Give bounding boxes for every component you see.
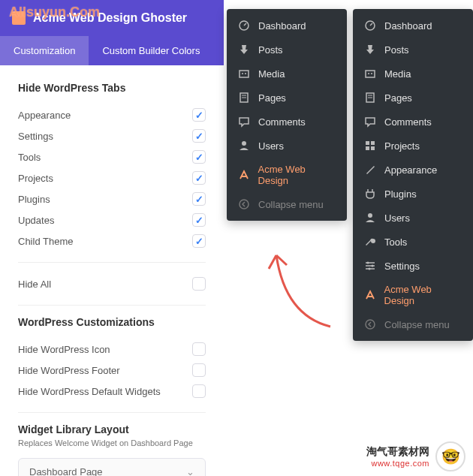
hide-all-checkbox[interactable]	[192, 277, 206, 291]
checkbox[interactable]	[192, 363, 206, 377]
menu-item-label: Acme Web Design	[258, 164, 336, 186]
media-icon	[237, 68, 251, 80]
menu-item-pages[interactable]: Pages	[353, 86, 473, 110]
divider	[18, 262, 206, 263]
section-customizations-title: WordPress Customizations	[18, 316, 206, 328]
menu-item-posts[interactable]: Posts	[227, 38, 347, 62]
menu-item-acme-web-design[interactable]: Acme Web Design	[227, 158, 347, 192]
svg-point-3	[245, 73, 246, 74]
menu-item-dashboard[interactable]: Dashboard	[227, 14, 347, 38]
watermark-avatar-icon: 🤓	[435, 441, 465, 471]
menu-item-comments[interactable]: Comments	[353, 110, 473, 134]
svg-point-2	[242, 73, 243, 74]
check-label: Tools	[18, 152, 41, 163]
settings-panel: Acme Web Design Ghoster Customization Cu…	[0, 0, 224, 476]
check-row-hide-wordpress-footer: Hide WordPress Footer	[18, 360, 206, 381]
menu-item-acme-web-design[interactable]: Acme Web Design	[353, 278, 473, 312]
sliders-icon	[363, 260, 377, 272]
check-row-hide-wordpress-icon: Hide WordPress Icon	[18, 339, 206, 360]
menu-item-label: Posts	[258, 44, 283, 56]
user-icon	[363, 212, 377, 224]
tab-custom-builder-colors[interactable]: Custom Builder Colors	[89, 36, 213, 65]
panel-tabs: Customization Custom Builder Colors	[0, 36, 224, 65]
menu-item-collapse-menu[interactable]: Collapse menu	[227, 192, 347, 216]
menu-item-label: Pages	[384, 92, 412, 104]
check-label: Hide WordPress Icon	[18, 344, 110, 355]
menu-item-settings[interactable]: Settings	[353, 254, 473, 278]
panel-body: Hide WordPress Tabs AppearanceSettingsTo…	[0, 65, 224, 476]
divider	[18, 305, 206, 306]
checkbox[interactable]	[192, 108, 206, 122]
collapse-icon	[237, 198, 251, 210]
svg-point-12	[371, 73, 372, 74]
checkbox[interactable]	[192, 192, 206, 206]
check-label: Updates	[18, 215, 54, 226]
acme-icon	[237, 169, 251, 181]
svg-point-25	[372, 265, 374, 267]
menu-item-comments[interactable]: Comments	[227, 110, 347, 134]
section-hide-tabs-title: Hide WordPress Tabs	[18, 82, 206, 94]
plugin-icon	[363, 188, 377, 200]
menu-item-label: Tools	[384, 236, 407, 248]
svg-rect-16	[366, 141, 369, 145]
pin-icon	[237, 44, 251, 56]
menu-item-label: Appearance	[384, 164, 437, 176]
widget-layout-select[interactable]: Dashboard Page	[18, 458, 206, 476]
collapse-icon	[363, 318, 377, 330]
dashboard-icon	[363, 20, 377, 32]
wp-admin-menu-after: DashboardPostsMediaPagesCommentsUsersAcm…	[227, 9, 347, 221]
check-label: Projects	[18, 173, 53, 184]
menu-item-dashboard[interactable]: Dashboard	[353, 14, 473, 38]
menu-item-users[interactable]: Users	[227, 134, 347, 158]
menu-item-plugins[interactable]: Plugins	[353, 182, 473, 206]
menu-item-media[interactable]: Media	[227, 62, 347, 86]
check-label: Settings	[18, 131, 53, 142]
menu-item-label: Users	[258, 140, 284, 152]
wp-admin-menu-before: DashboardPostsMediaPagesCommentsProjects…	[353, 9, 473, 341]
check-label: Plugins	[18, 194, 50, 205]
checkbox[interactable]	[192, 150, 206, 164]
project-icon	[363, 140, 377, 152]
check-row-child-theme: Child Theme	[18, 230, 206, 252]
menu-item-posts[interactable]: Posts	[353, 38, 473, 62]
menu-item-media[interactable]: Media	[353, 62, 473, 86]
watermark-bottom: 淘气哥素材网 www.tqge.com 🤓	[366, 441, 465, 471]
svg-point-26	[369, 268, 371, 270]
menu-item-tools[interactable]: Tools	[353, 230, 473, 254]
checkbox[interactable]	[192, 234, 206, 248]
check-row-appearance: Appearance	[18, 104, 206, 125]
check-row-plugins: Plugins	[18, 188, 206, 209]
section-widget-subtitle: Replaces Welcome Widget on Dashboard Pag…	[18, 438, 206, 447]
user-icon	[237, 140, 251, 152]
select-value: Dashboard Page	[29, 466, 103, 476]
acme-icon	[363, 289, 377, 301]
tab-customization[interactable]: Customization	[0, 36, 89, 65]
checkbox[interactable]	[192, 171, 206, 185]
checkbox[interactable]	[192, 129, 206, 143]
check-row-tools: Tools	[18, 146, 206, 167]
menu-item-pages[interactable]: Pages	[227, 86, 347, 110]
page-icon	[237, 92, 251, 104]
check-label: Appearance	[18, 110, 71, 121]
menu-item-users[interactable]: Users	[353, 206, 473, 230]
brush-icon	[363, 164, 377, 176]
checkbox[interactable]	[192, 342, 206, 356]
menu-item-label: Comments	[258, 116, 306, 128]
menu-item-projects[interactable]: Projects	[353, 134, 473, 158]
checkbox[interactable]	[192, 213, 206, 227]
checkbox[interactable]	[192, 384, 206, 398]
check-row-updates: Updates	[18, 209, 206, 230]
menu-item-collapse-menu[interactable]: Collapse menu	[353, 312, 473, 336]
svg-rect-10	[366, 71, 375, 77]
svg-rect-19	[371, 146, 375, 150]
menu-item-label: Dashboard	[384, 20, 432, 32]
wrench-icon	[363, 236, 377, 248]
check-row-hide-wordpress-default-widgets: Hide WordPress Default Widgets	[18, 381, 206, 402]
watermark-top: Allsuyun.Com	[9, 5, 100, 20]
menu-item-label: Collapse menu	[384, 319, 450, 330]
menu-item-label: Pages	[258, 92, 286, 104]
svg-point-8	[240, 200, 249, 209]
comment-icon	[363, 116, 377, 128]
menu-item-appearance[interactable]: Appearance	[353, 158, 473, 182]
menu-item-label: Users	[384, 212, 410, 224]
